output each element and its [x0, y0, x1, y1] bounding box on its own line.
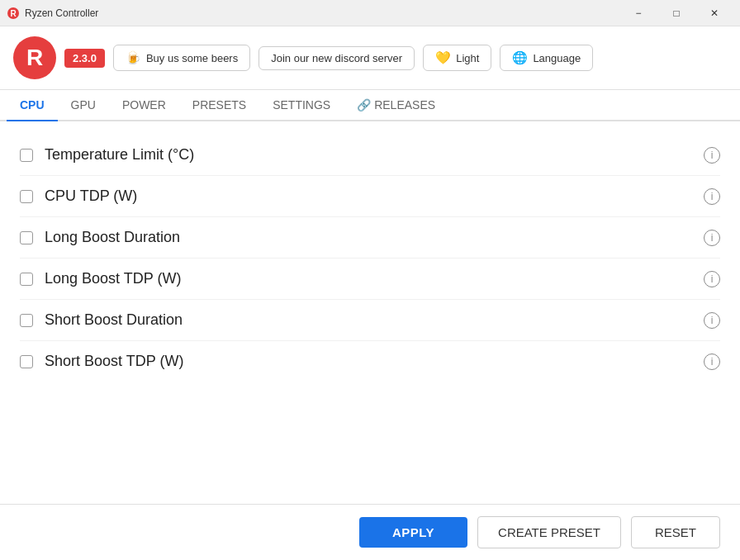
- tab-gpu[interactable]: GPU: [58, 90, 109, 121]
- title-bar-left: R Ryzen Controller: [7, 7, 98, 20]
- app-icon: R: [7, 7, 20, 20]
- title-bar-controls: − □ ✕: [619, 0, 733, 26]
- buy-beers-button[interactable]: 🍺 Buy us some beers: [113, 45, 250, 71]
- light-label: Light: [456, 52, 479, 64]
- create-preset-button[interactable]: CREATE PRESET: [477, 516, 621, 548]
- setting-row-cpu-tdp: CPU TDP (W) i: [20, 176, 720, 217]
- short-boost-tdp-label: Short Boost TDP (W): [45, 353, 692, 370]
- language-icon: 🌐: [512, 50, 528, 65]
- discord-button[interactable]: Join our new discord server: [259, 46, 415, 70]
- light-icon: 💛: [435, 50, 451, 65]
- title-bar-title: Ryzen Controller: [25, 7, 98, 19]
- tab-settings[interactable]: SETTINGS: [259, 90, 344, 121]
- short-boost-duration-info-icon[interactable]: i: [704, 312, 720, 329]
- version-badge: 2.3.0: [64, 49, 105, 68]
- long-boost-duration-label: Long Boost Duration: [45, 229, 692, 246]
- reset-button[interactable]: RESET: [631, 516, 720, 548]
- tab-releases[interactable]: 🔗 RELEASES: [344, 90, 448, 121]
- setting-row-short-boost-duration: Short Boost Duration i: [20, 300, 720, 341]
- link-icon: 🔗: [357, 98, 371, 112]
- tab-cpu[interactable]: CPU: [7, 90, 58, 121]
- svg-text:R: R: [10, 9, 17, 18]
- main-content: Temperature Limit (°C) i CPU TDP (W) i L…: [0, 121, 740, 504]
- long-boost-duration-checkbox[interactable]: [20, 231, 33, 244]
- temperature-limit-label: Temperature Limit (°C): [45, 146, 692, 164]
- cpu-tdp-info-icon[interactable]: i: [704, 188, 720, 205]
- header: R 2.3.0 🍺 Buy us some beers Join our new…: [0, 26, 740, 90]
- long-boost-duration-info-icon[interactable]: i: [704, 230, 720, 246]
- maximize-button[interactable]: □: [657, 0, 695, 26]
- tab-presets[interactable]: PRESETS: [179, 90, 259, 121]
- tab-power[interactable]: POWER: [109, 90, 179, 121]
- discord-label: Join our new discord server: [271, 52, 402, 64]
- setting-row-short-boost-tdp: Short Boost TDP (W) i: [20, 341, 720, 382]
- temperature-limit-info-icon[interactable]: i: [704, 147, 720, 164]
- setting-row-temperature: Temperature Limit (°C) i: [20, 135, 720, 176]
- short-boost-duration-label: Short Boost Duration: [45, 311, 692, 329]
- setting-row-long-boost-duration: Long Boost Duration i: [20, 217, 720, 259]
- title-bar: R Ryzen Controller − □ ✕: [0, 0, 740, 26]
- apply-button[interactable]: APPLY: [359, 517, 467, 548]
- minimize-button[interactable]: −: [619, 0, 657, 26]
- buy-beers-label: Buy us some beers: [146, 52, 238, 64]
- language-label: Language: [533, 52, 581, 64]
- long-boost-tdp-checkbox[interactable]: [20, 273, 33, 286]
- nav-tabs: CPU GPU POWER PRESETS SETTINGS 🔗 RELEASE…: [0, 90, 740, 121]
- light-mode-button[interactable]: 💛 Light: [423, 45, 491, 71]
- footer: APPLY CREATE PRESET RESET: [0, 504, 740, 560]
- short-boost-tdp-checkbox[interactable]: [20, 355, 33, 368]
- cpu-tdp-checkbox[interactable]: [20, 190, 33, 203]
- temperature-limit-checkbox[interactable]: [20, 149, 33, 162]
- short-boost-duration-checkbox[interactable]: [20, 314, 33, 327]
- long-boost-tdp-info-icon[interactable]: i: [704, 271, 720, 287]
- cpu-tdp-label: CPU TDP (W): [45, 187, 692, 205]
- logo: R: [13, 36, 56, 79]
- close-button[interactable]: ✕: [695, 0, 733, 26]
- setting-row-long-boost-tdp: Long Boost TDP (W) i: [20, 259, 720, 300]
- long-boost-tdp-label: Long Boost TDP (W): [45, 270, 692, 287]
- logo-letter: R: [26, 45, 43, 71]
- short-boost-tdp-info-icon[interactable]: i: [704, 354, 720, 370]
- language-button[interactable]: 🌐 Language: [500, 45, 593, 71]
- beer-icon: 🍺: [126, 50, 141, 65]
